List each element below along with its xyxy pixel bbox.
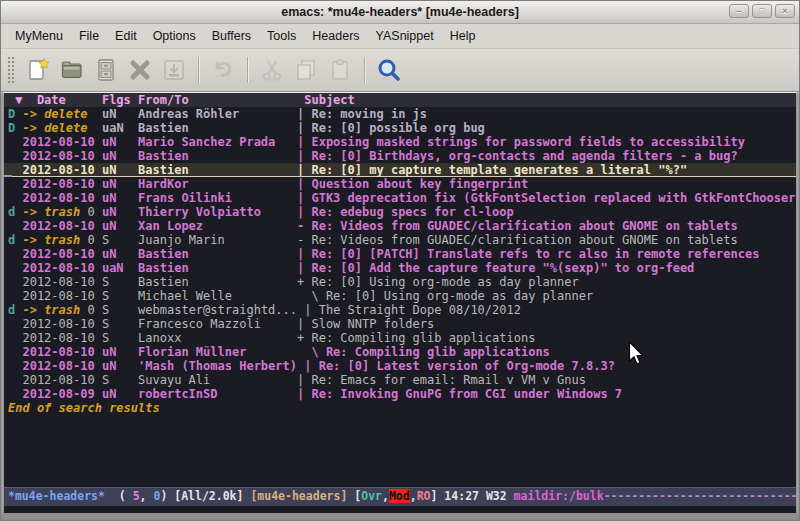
header-row[interactable]: 2012-08-10 uN Mario Sanchez Prada | Expo…	[4, 135, 796, 149]
toolbar-drag-handle[interactable]	[7, 56, 15, 84]
header-row[interactable]: 2012-08-10 uN Xan Lopez - Re: Videos fro…	[4, 219, 796, 233]
paste-button[interactable]	[325, 55, 355, 85]
header-row[interactable]: 2012-08-10 S Lanoxx + Re: Compiling glib…	[4, 331, 796, 345]
undo-icon	[210, 57, 236, 83]
header-row[interactable]: 2012-08-10 uN Bastien | Re: [0] Birthday…	[4, 149, 796, 163]
row-segment: 2012-08-10 uaN Bastien | Re: [0] Add the…	[8, 261, 694, 275]
search-button[interactable]	[374, 55, 404, 85]
window-controls: –□×	[729, 4, 795, 18]
row-segment: 2012-08-10 S Lanoxx + Re: Compiling glib…	[8, 331, 535, 345]
row-segment: 2012-08-10 S Bastien + Re: [0] Using org…	[8, 275, 579, 289]
end-of-results-marker: End of search results	[4, 401, 796, 415]
menu-item-file[interactable]: File	[71, 26, 107, 46]
open-folder-icon	[59, 57, 85, 83]
modeline-segment: (	[105, 489, 133, 503]
modeline-segment: ,	[140, 489, 154, 503]
row-segment: -> trash	[22, 205, 87, 219]
row-segment: 2012-08-10 uN Bastien | Re: [0] [PATCH] …	[8, 247, 759, 261]
row-segment: 2012-08-10 uN HardKor | Question about k…	[8, 177, 528, 191]
file-cabinet-button[interactable]	[91, 55, 121, 85]
row-segment: 2012-08-09 uN robertcInSD | Re: Invoking…	[8, 387, 622, 401]
header-row[interactable]: 2012-08-10 S Bastien + Re: [0] Using org…	[4, 275, 796, 289]
cut-button[interactable]	[257, 55, 287, 85]
close-button[interactable]: ×	[775, 4, 795, 18]
row-segment: 2012-08-10 uN Bastien | Re: [0] Birthday…	[8, 149, 738, 163]
headers-column-header[interactable]: ▼ Date Flgs From/To Subject	[4, 93, 796, 107]
header-row[interactable]: 2012-08-10 S Suvayu Ali | Re: Emacs for …	[4, 373, 796, 387]
row-segment: 2012-08-10 uN Xan Lopez - Re: Videos fro…	[8, 219, 738, 233]
minimize-button[interactable]: –	[729, 4, 749, 18]
header-row[interactable]: 2012-08-09 uN robertcInSD | Re: Invoking…	[4, 387, 796, 401]
header-row[interactable]: D -> delete uaN Bastien | Re: [0] possib…	[4, 121, 796, 135]
save-buffer-button[interactable]	[159, 55, 189, 85]
toolbar-separator	[247, 57, 248, 83]
row-segment: -> delete	[22, 107, 101, 121]
buffer-area: ▼ Date Flgs From/To Subject D -> delete …	[1, 92, 799, 513]
header-row[interactable]: 2012-08-10 uN HardKor | Question about k…	[4, 177, 796, 191]
row-segment: 2012-08-10 uN 'Mash (Thomas Herbert) | R…	[8, 359, 615, 373]
menu-bar: MyMenuFileEditOptionsBuffersToolsHeaders…	[1, 24, 799, 49]
undo-button[interactable]	[208, 55, 238, 85]
header-row[interactable]: 2012-08-10 uN 'Mash (Thomas Herbert) | R…	[4, 359, 796, 373]
new-file-icon	[25, 57, 51, 83]
row-segment: uN Andreas Röhler | Re: moving in js	[102, 107, 427, 121]
copy-icon	[293, 57, 319, 83]
modeline-segment: ]	[431, 489, 445, 503]
row-segment: -> delete	[22, 121, 101, 135]
header-row[interactable]: 2012-08-10 uN Florian Müllner \ Re: Comp…	[4, 345, 796, 359]
header-row[interactable]: d -> trash 0 S webmaster@straightd... | …	[4, 303, 796, 317]
header-row[interactable]: 2012-08-10 uaN Bastien | Re: [0] Add the…	[4, 261, 796, 275]
modeline-segment: )	[160, 489, 174, 503]
menu-item-headers[interactable]: Headers	[304, 26, 367, 46]
row-segment: uN Thierry Volpiatto | Re: edebug specs …	[102, 205, 514, 219]
header-row[interactable]: d -> trash 0 S Juanjo Marin - Re: Videos…	[4, 233, 796, 247]
menu-item-mymenu[interactable]: MyMenu	[7, 26, 71, 46]
menu-item-options[interactable]: Options	[145, 26, 204, 46]
menu-item-edit[interactable]: Edit	[107, 26, 145, 46]
modeline-segment: [All/2.0k]	[174, 489, 250, 503]
menu-item-yasnippet[interactable]: YASnippet	[368, 26, 442, 46]
row-segment: 2012-08-10 S Michael Welle \ Re: [0] Usi…	[8, 289, 593, 303]
row-segment: d	[8, 303, 22, 317]
row-segment: 2012-08-10 S Suvayu Ali | Re: Emacs for …	[8, 373, 586, 387]
modeline-segment: maildir:/bulk	[514, 489, 604, 503]
point-cursor	[4, 175, 12, 177]
header-row[interactable]: 2012-08-10 uN Bastien | Re: [0] [PATCH] …	[4, 247, 796, 261]
toolbar	[1, 49, 799, 92]
header-row[interactable]: 2012-08-10 S Michael Welle \ Re: [0] Usi…	[4, 289, 796, 303]
buffer-empty-space[interactable]	[4, 415, 796, 487]
header-row[interactable]: D -> delete uN Andreas Röhler | Re: movi…	[4, 107, 796, 121]
header-row[interactable]: 2012-08-10 uN Frans Oilinki | GTK3 depre…	[4, 191, 796, 205]
row-segment: 0	[87, 205, 101, 219]
row-segment: 2012-08-10 uN Frans Oilinki | GTK3 depre…	[8, 191, 799, 205]
menu-item-tools[interactable]: Tools	[259, 26, 304, 46]
open-folder-button[interactable]	[57, 55, 87, 85]
headers-list: D -> delete uN Andreas Röhler | Re: movi…	[4, 107, 796, 401]
header-row-current[interactable]: 2012-08-10 uN Bastien | Re: [0] my captu…	[4, 163, 796, 177]
row-segment: 2012-08-10 uN Florian Müllner \ Re: Comp…	[8, 345, 550, 359]
new-file-button[interactable]	[23, 55, 53, 85]
menu-item-help[interactable]: Help	[442, 26, 484, 46]
row-segment: d	[8, 205, 22, 219]
maximize-button[interactable]: □	[752, 4, 772, 18]
title-bar[interactable]: emacs: *mu4e-headers* [mu4e-headers] –□×	[1, 1, 799, 24]
row-segment: d	[8, 233, 22, 247]
echo-area[interactable]	[4, 506, 796, 513]
mode-line: *mu4e-headers* ( 5, 0) [All/2.0k] [mu4e-…	[4, 487, 796, 506]
copy-button[interactable]	[291, 55, 321, 85]
close-buffer-button[interactable]	[125, 55, 155, 85]
row-segment: 0	[87, 303, 101, 317]
modeline-segment: ,	[410, 489, 417, 503]
row-segment: 2012-08-10 S Francesco Mazzoli | Slow NN…	[8, 317, 434, 331]
row-segment: D	[8, 121, 22, 135]
close-buffer-icon	[127, 57, 153, 83]
save-buffer-icon	[161, 57, 187, 83]
file-cabinet-icon	[93, 57, 119, 83]
search-icon	[376, 57, 402, 83]
menu-item-buffers[interactable]: Buffers	[204, 26, 259, 46]
emacs-window: emacs: *mu4e-headers* [mu4e-headers] –□×…	[0, 0, 800, 521]
header-row[interactable]: d -> trash 0 uN Thierry Volpiatto | Re: …	[4, 205, 796, 219]
modeline-segment: *mu4e-headers*	[8, 489, 105, 503]
header-row[interactable]: 2012-08-10 S Francesco Mazzoli | Slow NN…	[4, 317, 796, 331]
modeline-segment: [mu4e-headers]	[250, 489, 354, 503]
